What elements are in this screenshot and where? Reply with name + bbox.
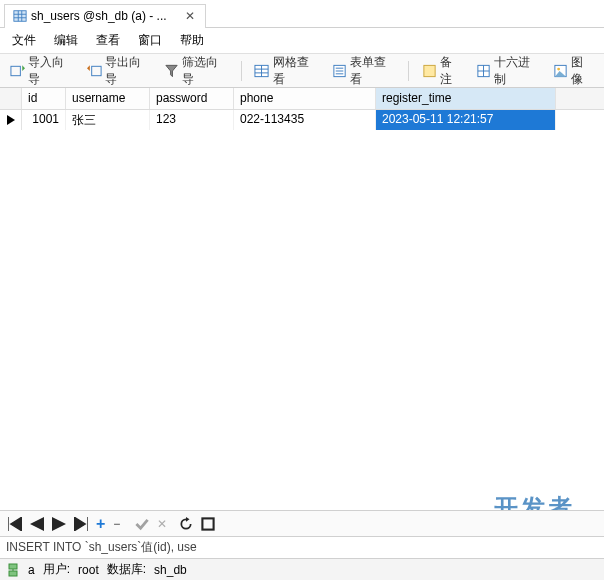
delete-record-button[interactable]: −: [113, 517, 127, 531]
titlebar: sh_users @sh_db (a) - ... ✕: [0, 0, 604, 28]
table-row[interactable]: 1001 张三 123 022-113435 2023-05-11 12:21:…: [0, 110, 604, 130]
memo-icon: [422, 63, 437, 79]
record-nav: + − ✕: [0, 510, 604, 536]
row-header-gutter: [0, 88, 22, 109]
status-user: root: [78, 563, 99, 577]
sql-preview: INSERT INTO `sh_users`值(id), use: [0, 536, 604, 558]
col-header-id[interactable]: id: [22, 88, 66, 109]
col-header-register-time[interactable]: register_time: [376, 88, 556, 109]
add-record-button[interactable]: +: [96, 515, 105, 533]
cell-register-time[interactable]: 2023-05-11 12:21:57: [376, 110, 556, 130]
cell-phone[interactable]: 022-113435: [234, 110, 376, 130]
export-wizard-button[interactable]: 导出向导: [83, 52, 154, 90]
first-record-button[interactable]: [8, 517, 22, 531]
svg-rect-6: [92, 66, 101, 75]
svg-rect-15: [424, 65, 435, 76]
svg-rect-0: [14, 11, 26, 22]
filter-icon: [164, 63, 179, 79]
current-row-icon: [7, 115, 15, 125]
toolbar: 导入向导 导出向导 筛选向导 网格查看 表单查看 备注 十六进制 图像: [0, 54, 604, 88]
menu-file[interactable]: 文件: [12, 32, 36, 49]
menu-help[interactable]: 帮助: [180, 32, 204, 49]
form-view-button[interactable]: 表单查看: [328, 52, 399, 90]
grid-body[interactable]: 1001 张三 123 022-113435 2023-05-11 12:21:…: [0, 110, 604, 450]
form-icon: [332, 63, 347, 79]
grid-header: id username password phone register_time: [0, 88, 604, 110]
refresh-button[interactable]: [179, 517, 193, 531]
status-conn: a: [28, 563, 35, 577]
statusbar: a 用户: root 数据库: sh_db: [0, 558, 604, 580]
col-header-username[interactable]: username: [66, 88, 150, 109]
cell-id[interactable]: 1001: [22, 110, 66, 130]
col-header-phone[interactable]: phone: [234, 88, 376, 109]
status-db: sh_db: [154, 563, 187, 577]
prev-record-button[interactable]: [30, 517, 44, 531]
status-user-label: 用户:: [43, 561, 70, 578]
connection-icon: [6, 563, 20, 577]
memo-button[interactable]: 备注: [418, 52, 467, 90]
cell-username[interactable]: 张三: [66, 110, 150, 130]
export-icon: [87, 63, 102, 79]
table-icon: [13, 9, 27, 23]
image-icon: [553, 63, 568, 79]
window-tab[interactable]: sh_users @sh_db (a) - ... ✕: [4, 4, 206, 28]
cancel-edit-button[interactable]: ✕: [157, 517, 171, 531]
status-db-label: 数据库:: [107, 561, 146, 578]
menu-view[interactable]: 查看: [96, 32, 120, 49]
cell-password[interactable]: 123: [150, 110, 234, 130]
image-button[interactable]: 图像: [549, 52, 598, 90]
grid-icon: [254, 63, 269, 79]
menu-window[interactable]: 窗口: [138, 32, 162, 49]
svg-rect-5: [11, 66, 20, 75]
filter-wizard-button[interactable]: 筛选向导: [160, 52, 231, 90]
hex-button[interactable]: 十六进制: [472, 52, 543, 90]
apply-edit-button[interactable]: [135, 517, 149, 531]
row-indicator: [0, 110, 22, 130]
svg-rect-23: [9, 571, 17, 576]
next-record-button[interactable]: [52, 517, 66, 531]
menubar: 文件 编辑 查看 窗口 帮助: [0, 28, 604, 54]
svg-point-20: [558, 67, 561, 70]
last-record-button[interactable]: [74, 517, 88, 531]
svg-rect-21: [203, 518, 214, 529]
stop-button[interactable]: [201, 517, 215, 531]
close-tab-icon[interactable]: ✕: [183, 9, 197, 23]
col-header-password[interactable]: password: [150, 88, 234, 109]
import-icon: [10, 63, 25, 79]
svg-rect-22: [9, 564, 17, 569]
hex-icon: [476, 63, 491, 79]
menu-edit[interactable]: 编辑: [54, 32, 78, 49]
import-wizard-button[interactable]: 导入向导: [6, 52, 77, 90]
sql-text: INSERT INTO `sh_users`值(id), use: [6, 539, 197, 556]
grid-view-button[interactable]: 网格查看: [250, 52, 321, 90]
toolbar-separator: [408, 61, 409, 81]
tab-title: sh_users @sh_db (a) - ...: [31, 9, 167, 23]
toolbar-separator: [241, 61, 242, 81]
